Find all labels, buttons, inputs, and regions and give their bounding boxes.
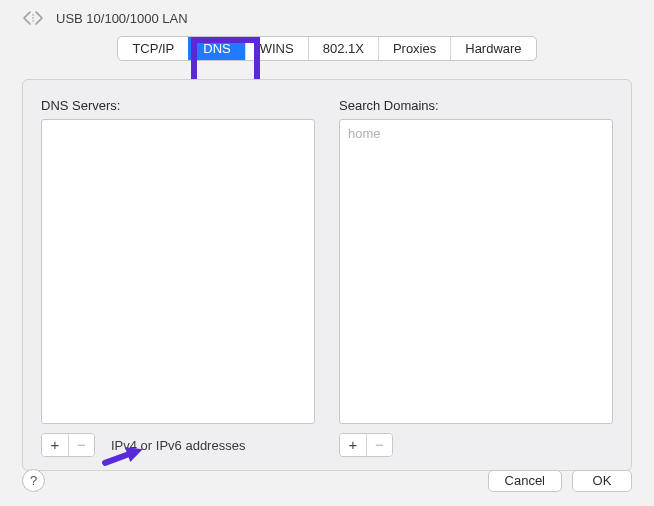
ok-button[interactable]: OK bbox=[572, 470, 632, 492]
tab-dns[interactable]: DNS bbox=[188, 37, 244, 60]
help-button[interactable]: ? bbox=[22, 469, 45, 492]
searchdom-remove-button[interactable]: − bbox=[366, 434, 392, 456]
settings-panel: DNS Servers: + − IPv4 or IPv6 addresses … bbox=[22, 79, 632, 471]
tab-proxies[interactable]: Proxies bbox=[378, 37, 450, 60]
search-domains-placeholder: home bbox=[348, 126, 381, 141]
search-domains-column: Search Domains: home + − bbox=[339, 98, 613, 456]
dns-servers-list[interactable] bbox=[41, 119, 315, 424]
tab-8021x[interactable]: 802.1X bbox=[308, 37, 378, 60]
tab-bar: TCP/IP DNS WINS 802.1X Proxies Hardware bbox=[0, 36, 654, 61]
dns-helper-text: IPv4 or IPv6 addresses bbox=[111, 438, 245, 453]
svg-point-0 bbox=[32, 14, 34, 16]
tab-wins[interactable]: WINS bbox=[245, 37, 308, 60]
tab-tcpip[interactable]: TCP/IP bbox=[118, 37, 188, 60]
titlebar: USB 10/100/1000 LAN bbox=[0, 0, 654, 32]
help-icon: ? bbox=[30, 473, 37, 488]
searchdom-add-button[interactable]: + bbox=[340, 434, 366, 456]
cancel-button[interactable]: Cancel bbox=[488, 470, 562, 492]
tab-hardware[interactable]: Hardware bbox=[450, 37, 535, 60]
page-title: USB 10/100/1000 LAN bbox=[56, 11, 188, 26]
search-domains-list[interactable]: home bbox=[339, 119, 613, 424]
dns-servers-column: DNS Servers: + − IPv4 or IPv6 addresses bbox=[41, 98, 315, 456]
svg-point-2 bbox=[32, 20, 34, 22]
dns-add-button[interactable]: + bbox=[42, 434, 68, 456]
dns-remove-button[interactable]: − bbox=[68, 434, 94, 456]
back-icon[interactable] bbox=[22, 10, 46, 26]
footer-row: ? Cancel OK bbox=[0, 469, 654, 492]
search-domains-heading: Search Domains: bbox=[339, 98, 613, 113]
dns-servers-heading: DNS Servers: bbox=[41, 98, 315, 113]
svg-point-1 bbox=[32, 17, 34, 19]
